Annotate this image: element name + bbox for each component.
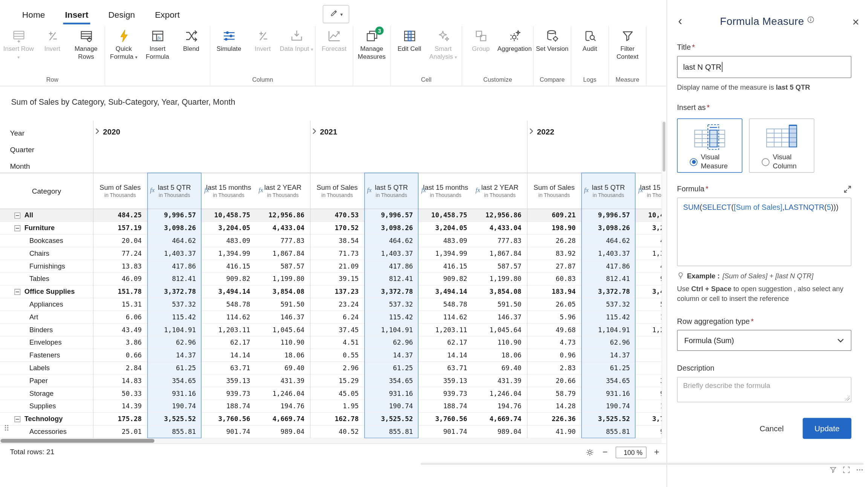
cell[interactable]: 354.65: [364, 375, 419, 387]
cell[interactable]: 9,996.57: [581, 209, 636, 221]
row-label-storage[interactable]: Storage: [0, 388, 93, 400]
cell[interactable]: 1,199.80: [256, 273, 310, 285]
cell[interactable]: 431.39: [473, 375, 527, 387]
filter-icon[interactable]: [829, 466, 837, 474]
cell[interactable]: 157.19: [93, 222, 147, 234]
title-input[interactable]: last N QTR: [677, 56, 851, 78]
cell[interactable]: 40.52: [310, 426, 364, 438]
year-header-2021[interactable]: 2021: [310, 125, 527, 138]
cell[interactable]: 14.39: [93, 400, 147, 412]
row-label-binders[interactable]: Binders: [0, 324, 93, 336]
cell[interactable]: 812.41: [581, 273, 636, 285]
cell[interactable]: 359.13: [636, 375, 662, 387]
cell[interactable]: 114.62: [202, 311, 256, 323]
cell[interactable]: 464.62: [364, 235, 419, 247]
cell[interactable]: 3,854.08: [256, 285, 310, 298]
cell[interactable]: 62.17: [202, 336, 256, 348]
ribbon-button-set-version[interactable]: Set Version: [535, 26, 569, 75]
year-header-2020[interactable]: 2020: [93, 125, 310, 138]
row-label-envelopes[interactable]: Envelopes: [0, 336, 93, 348]
cell[interactable]: 3,098.26: [147, 222, 202, 234]
chevron-right-icon[interactable]: [312, 127, 317, 136]
cell[interactable]: 931.16: [147, 388, 202, 400]
zoom-out-button[interactable]: −: [602, 448, 608, 457]
back-chevron-icon[interactable]: ‹: [678, 15, 682, 27]
category-header[interactable]: Category: [0, 173, 93, 209]
cell[interactable]: 1,199.80: [473, 273, 527, 285]
cell[interactable]: 226.36: [527, 413, 581, 425]
cell[interactable]: 1,045.64: [473, 324, 527, 336]
cell[interactable]: 188.74: [419, 400, 473, 412]
cell[interactable]: 3,525.52: [364, 413, 419, 425]
cell[interactable]: 4,669.74: [256, 413, 310, 425]
cell[interactable]: 63.71: [419, 362, 473, 374]
cell[interactable]: 21.09: [310, 260, 364, 272]
cell[interactable]: 38.54: [310, 235, 364, 247]
cell[interactable]: 1,203.11: [202, 324, 256, 336]
cell[interactable]: 909.82: [202, 273, 256, 285]
cell[interactable]: 190.74: [147, 400, 202, 412]
row-label-supplies[interactable]: Supplies: [0, 400, 93, 412]
cell[interactable]: 909.82: [419, 273, 473, 285]
cell[interactable]: 5.96: [527, 311, 581, 323]
measure-header-sum-of-sales[interactable]: Sum of Salesin Thousands: [310, 173, 364, 209]
cell[interactable]: 14.14: [636, 349, 662, 361]
cell[interactable]: 416.15: [202, 260, 256, 272]
cell[interactable]: 61.25: [147, 362, 202, 374]
cell[interactable]: 3,098.26: [581, 222, 636, 234]
cell[interactable]: 354.65: [147, 375, 202, 387]
cell[interactable]: 417.86: [581, 260, 636, 272]
cell[interactable]: 50.33: [93, 388, 147, 400]
cancel-button[interactable]: Cancel: [750, 418, 794, 439]
cell[interactable]: 609.21: [527, 209, 581, 221]
measure-header-last-2-year[interactable]: fxlast 2 YEARin Thousands: [256, 173, 310, 209]
cell[interactable]: 23.24: [310, 298, 364, 310]
cell[interactable]: 2.84: [93, 362, 147, 374]
row-label-accessories[interactable]: Accessories: [0, 426, 93, 438]
cell[interactable]: 151.78: [93, 285, 147, 298]
cell[interactable]: 483.09: [419, 235, 473, 247]
cell[interactable]: 63.71: [202, 362, 256, 374]
measure-header-last-15-months[interactable]: fxlast 15 monthsin Thousands: [636, 173, 662, 209]
more-options-icon[interactable]: [856, 466, 864, 474]
cell[interactable]: 812.41: [147, 273, 202, 285]
cell[interactable]: 10,458.75: [419, 209, 473, 221]
cell[interactable]: 162.78: [310, 413, 364, 425]
cell[interactable]: 416.15: [636, 260, 662, 272]
cell[interactable]: 855.81: [581, 426, 636, 438]
cell[interactable]: 359.13: [202, 375, 256, 387]
cell[interactable]: 194.76: [256, 400, 310, 412]
cell[interactable]: 3,494.14: [636, 285, 662, 298]
cell[interactable]: 4,433.04: [256, 222, 310, 234]
cell[interactable]: 3,494.14: [419, 285, 473, 298]
cell[interactable]: 417.86: [364, 260, 419, 272]
cell[interactable]: 194.76: [473, 400, 527, 412]
cell[interactable]: 18.06: [256, 349, 310, 361]
cell[interactable]: 26.28: [527, 235, 581, 247]
cell[interactable]: 483.09: [202, 235, 256, 247]
cell[interactable]: 901.74: [419, 426, 473, 438]
measure-header-last-5-qtr[interactable]: fxlast 5 QTRin Thousands: [147, 173, 202, 209]
dim-label-quarter[interactable]: Quarter: [10, 145, 34, 154]
tab-insert[interactable]: Insert: [64, 8, 90, 22]
cell[interactable]: 2.83: [527, 362, 581, 374]
collapse-icon[interactable]: [14, 416, 20, 422]
dim-label-month[interactable]: Month: [10, 162, 30, 171]
cell[interactable]: 110.90: [256, 336, 310, 348]
cell[interactable]: 359.13: [419, 375, 473, 387]
cell[interactable]: 62.96: [147, 336, 202, 348]
cell[interactable]: 114.62: [636, 311, 662, 323]
cell[interactable]: 58.79: [527, 388, 581, 400]
cell[interactable]: 83.92: [527, 247, 581, 260]
cell[interactable]: 901.74: [636, 426, 662, 438]
cell[interactable]: 77.24: [93, 247, 147, 260]
cell[interactable]: 3,854.08: [473, 285, 527, 298]
expand-formula-icon[interactable]: [844, 185, 851, 193]
cell[interactable]: 14.14: [202, 349, 256, 361]
cell[interactable]: 3.86: [93, 336, 147, 348]
radio-icon[interactable]: [690, 158, 698, 166]
cell[interactable]: 1,403.37: [147, 247, 202, 260]
cell[interactable]: 464.62: [147, 235, 202, 247]
row-label-labels[interactable]: Labels: [0, 362, 93, 374]
ribbon-button-edit-cell[interactable]: Edit Cell: [393, 26, 426, 75]
